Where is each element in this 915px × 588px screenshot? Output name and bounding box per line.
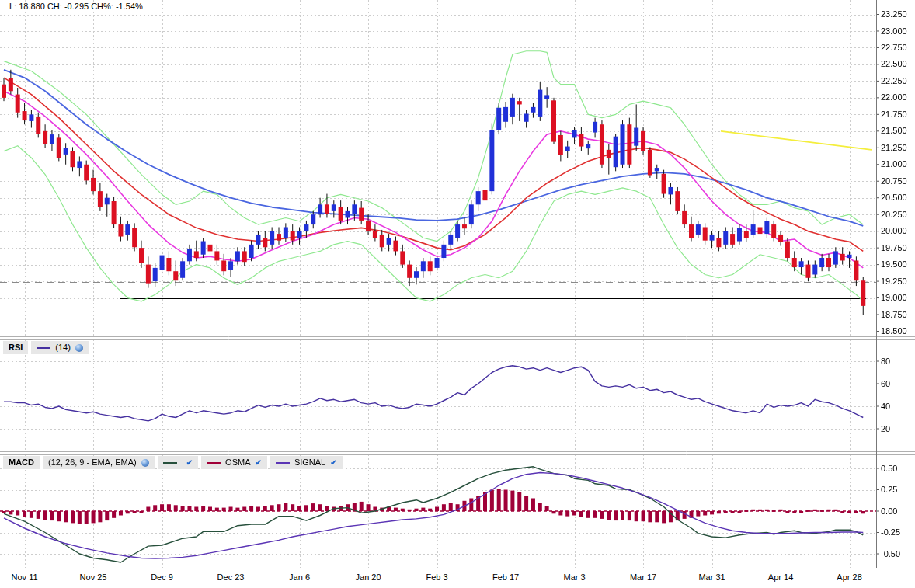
checkbox-checked-icon[interactable]: ✔	[330, 457, 336, 468]
macd-line-legend[interactable]: ✔	[158, 456, 198, 469]
checkbox-checked-icon[interactable]: ✔	[256, 457, 262, 468]
x-axis-label: Jan 20	[356, 572, 381, 582]
osma-line-sample	[207, 462, 221, 464]
macd-line-sample	[163, 462, 177, 464]
osma-label: OSMA	[225, 457, 250, 468]
macd-title: MACD	[3, 456, 40, 469]
rsi-legend[interactable]: (14)	[31, 341, 89, 354]
macd-header: MACD (12, 26, 9 - EMA, EMA) ✔ OSMA ✔ SIG…	[3, 456, 343, 469]
globe-icon[interactable]	[75, 344, 83, 352]
x-axis-label: Mar 31	[698, 572, 725, 582]
price-chart-canvas[interactable]	[0, 0, 915, 588]
x-axis-label: Mar 3	[563, 572, 585, 582]
x-axis-label: Jan 6	[289, 572, 310, 582]
rsi-title: RSI	[3, 341, 28, 354]
globe-icon[interactable]	[141, 459, 149, 467]
rsi-line-sample	[37, 347, 50, 349]
x-axis: Nov 11Nov 25Dec 9Dec 23Jan 6Jan 20Feb 3F…	[0, 568, 915, 588]
x-axis-label: Dec 9	[151, 572, 173, 582]
x-axis-label: Mar 17	[630, 572, 656, 582]
rsi-header: RSI (14)	[3, 341, 89, 354]
x-axis-label: Apr 28	[837, 572, 861, 582]
x-axis-label: Nov 25	[80, 572, 107, 582]
x-axis-label: Feb 17	[492, 572, 519, 582]
signal-label: SIGNAL	[294, 457, 325, 468]
chart-window: L: 18.880 CH: -0.295 CH%: -1.54% RSI (14…	[0, 0, 915, 588]
x-axis-label: Feb 3	[426, 572, 447, 582]
x-axis-label: Apr 14	[768, 572, 793, 582]
macd-params-box[interactable]: (12, 26, 9 - EMA, EMA)	[43, 456, 155, 469]
x-axis-label: Nov 11	[12, 572, 38, 582]
osma-legend[interactable]: OSMA ✔	[201, 456, 267, 469]
rsi-params: (14)	[55, 342, 71, 353]
macd-params: (12, 26, 9 - EMA, EMA)	[48, 457, 137, 468]
quote-label: L: 18.880 CH: -0.295 CH%: -1.54%	[6, 2, 146, 11]
checkbox-checked-icon[interactable]: ✔	[186, 457, 193, 468]
x-axis-label: Dec 23	[217, 572, 245, 582]
signal-legend[interactable]: SIGNAL ✔	[270, 456, 343, 469]
signal-line-sample	[276, 462, 290, 464]
